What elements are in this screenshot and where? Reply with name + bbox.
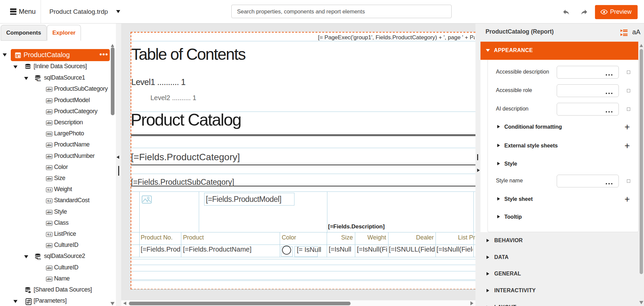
svg-text:SQL: SQL [37,79,41,82]
svg-text:SQL: SQL [37,258,41,260]
